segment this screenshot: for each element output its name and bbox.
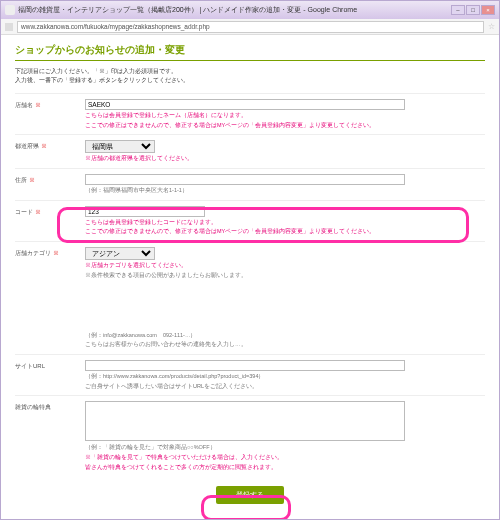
pref-select[interactable]: 福岡県 xyxy=(85,140,155,153)
row-shopname: 店舗名 ※ こちらは会員登録で登録したネーム（店舗名）になります。 ここでの修正… xyxy=(15,93,485,134)
bonus-warn2: 皆さんが特典をつけてくれることで多くの方が定期的に閲覧されます。 xyxy=(85,464,485,472)
row-bonus: 雑貨の輪特典 （例：「雑貨の輪を見た」で対象商品○○%OFF） ※「雑貨の輪を見… xyxy=(15,395,485,476)
favicon-icon xyxy=(5,23,13,31)
shopname-warn2: ここでの修正はできませんので、修正する場合はMYページの「会員登録内容変更」より… xyxy=(85,122,485,130)
intro-line1: 下記項目にご入力ください。「※」印は入力必須項目です。 xyxy=(15,67,485,76)
label-shopname: 店舗名 xyxy=(15,102,33,108)
label-pref: 都道府県 xyxy=(15,143,39,149)
address-bar[interactable]: www.zakkanowa.com/fukuoka/mypage/zakkash… xyxy=(17,21,484,33)
label-bonus: 雑貨の輪特典 xyxy=(15,404,51,410)
code-warn2: ここでの修正はできませんので、修正する場合はMYページの「会員登録内容変更」より… xyxy=(85,228,485,236)
row-contact: （例：info@zakkanowa.com 092-111-…） こちらはお客様… xyxy=(15,325,485,354)
close-button[interactable]: × xyxy=(481,5,495,15)
category-warn: ※店舗カテゴリを選択してください。 xyxy=(85,262,485,270)
window-title-bar: 福岡の雑貨屋・インテリアショップ一覧（掲載店200件） | ハンドメイド作家の追… xyxy=(1,1,499,19)
row-siteurl: サイトURL （例：http://www.zakkanowa.com/produ… xyxy=(15,354,485,395)
bookmark-star-icon[interactable]: ☆ xyxy=(488,22,495,31)
shopname-input[interactable] xyxy=(85,99,405,110)
req-mark: ※ xyxy=(53,250,59,256)
intro-line2: 入力後、一番下の「登録する」ボタンをクリックしてください。 xyxy=(15,76,485,85)
label-category: 店舗カテゴリ xyxy=(15,250,51,256)
category-select[interactable]: アジアン xyxy=(85,247,155,260)
pref-warn: ※店舗の都道府県を選択してください。 xyxy=(85,155,485,163)
code-input[interactable] xyxy=(85,206,205,217)
siteurl-hint: （例：http://www.zakkanowa.com/products/det… xyxy=(85,373,485,381)
contact-hint: （例：info@zakkanowa.com 092-111-…） xyxy=(85,332,485,340)
label-code: コード xyxy=(15,209,33,215)
row-code: コード ※ こちらは会員登録で登録したコードになります。 ここでの修正はできませ… xyxy=(15,200,485,241)
submit-button[interactable]: 登録する xyxy=(216,486,284,504)
label-address: 住所 xyxy=(15,177,27,183)
req-mark: ※ xyxy=(29,177,35,183)
bonus-hint: （例：「雑貨の輪を見た」で対象商品○○%OFF） xyxy=(85,444,485,452)
label-siteurl: サイトURL xyxy=(15,363,45,369)
row-category: 店舗カテゴリ ※ アジアン ※店舗カテゴリを選択してください。 ※条件検索できる… xyxy=(15,241,485,284)
shopname-warn1: こちらは会員登録で登録したネーム（店舗名）になります。 xyxy=(85,112,485,120)
contact-note: こちらはお客様からのお問い合わせ等の連絡先を入力し…。 xyxy=(85,341,485,349)
window-title: 福岡の雑貨屋・インテリアショップ一覧（掲載店200件） | ハンドメイド作家の追… xyxy=(18,5,451,15)
address-hint: （例：福岡県福岡市中央区大名1-1-1） xyxy=(85,187,485,195)
req-mark: ※ xyxy=(35,209,41,215)
req-mark: ※ xyxy=(41,143,47,149)
address-input[interactable] xyxy=(85,174,405,185)
siteurl-note: ご自身サイトへ誘導したい場合はサイトURLをご記入ください。 xyxy=(85,383,485,391)
bonus-textarea[interactable] xyxy=(85,401,405,441)
maximize-button[interactable]: □ xyxy=(466,5,480,15)
code-warn1: こちらは会員登録で登録したコードになります。 xyxy=(85,219,485,227)
address-bar-row: www.zakkanowa.com/fukuoka/mypage/zakkash… xyxy=(1,19,499,35)
category-hint: ※条件検索できる項目の公開がありましたらお願いします。 xyxy=(85,272,485,280)
bonus-warn1: ※「雑貨の輪を見て」で特典をつけていただける場合は、入力ください。 xyxy=(85,454,485,462)
intro-text: 下記項目にご入力ください。「※」印は入力必須項目です。 入力後、一番下の「登録す… xyxy=(15,67,485,85)
app-icon xyxy=(5,5,15,15)
minimize-button[interactable]: – xyxy=(451,5,465,15)
page-title: ショップからのお知らせの追加・変更 xyxy=(15,43,485,61)
row-pref: 都道府県 ※ 福岡県 ※店舗の都道府県を選択してください。 xyxy=(15,134,485,168)
siteurl-input[interactable] xyxy=(85,360,405,371)
row-address: 住所 ※ （例：福岡県福岡市中央区大名1-1-1） xyxy=(15,168,485,200)
req-mark: ※ xyxy=(35,102,41,108)
